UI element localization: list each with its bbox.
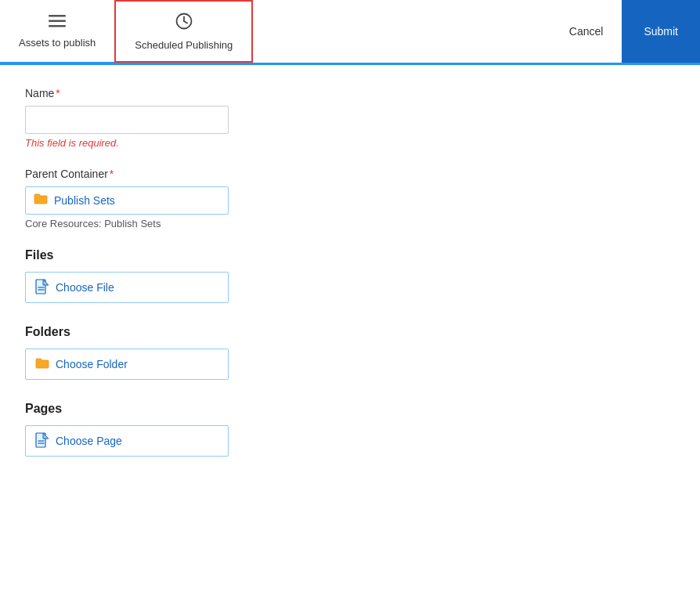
choose-folder-icon	[35, 357, 49, 372]
name-field-group: Name* This field is required.	[25, 87, 523, 149]
files-section: Files Choose File	[25, 248, 523, 303]
name-error-message: This field is required.	[25, 137, 523, 149]
main-form: Name* This field is required. Parent Con…	[0, 65, 548, 500]
list-icon	[49, 14, 66, 32]
svg-line-5	[184, 21, 187, 23]
folders-section: Folders Choose Folder	[25, 325, 523, 380]
header-actions: Cancel Submit	[550, 0, 700, 63]
choose-file-label: Choose File	[56, 281, 114, 294]
tab-assets[interactable]: Assets to publish	[0, 2, 114, 64]
clock-icon	[175, 13, 193, 34]
pages-section-heading: Pages	[25, 402, 523, 416]
svg-rect-1	[49, 20, 66, 23]
name-input[interactable]	[25, 106, 229, 134]
choose-folder-label: Choose Folder	[56, 358, 128, 370]
parent-container-required-indicator: *	[110, 168, 114, 180]
parent-container-hint: Core Resources: Publish Sets	[25, 218, 523, 229]
name-required-indicator: *	[56, 87, 60, 99]
submit-button[interactable]: Submit	[622, 0, 700, 63]
tab-scheduled[interactable]: Scheduled Publishing	[114, 0, 253, 63]
svg-rect-0	[49, 15, 66, 17]
cancel-button[interactable]: Cancel	[550, 0, 622, 63]
parent-container-label: Parent Container*	[25, 168, 523, 180]
choose-file-button[interactable]: Choose File	[25, 272, 229, 303]
name-label: Name*	[25, 87, 523, 99]
parent-container-value: Publish Sets	[54, 194, 115, 207]
parent-container-field-group: Parent Container* Publish Sets Core Reso…	[25, 168, 523, 229]
tab-assets-label: Assets to publish	[19, 37, 96, 49]
app-header: Assets to publish Scheduled Publishing C…	[0, 0, 700, 65]
parent-container-button[interactable]: Publish Sets	[25, 186, 229, 215]
choose-page-label: Choose Page	[56, 435, 122, 447]
folders-section-heading: Folders	[25, 325, 523, 339]
page-icon	[35, 432, 49, 450]
folder-icon	[34, 193, 48, 208]
choose-page-button[interactable]: Choose Page	[25, 425, 229, 457]
file-icon	[35, 279, 49, 297]
pages-section: Pages Choose Page	[25, 402, 523, 457]
tab-scheduled-label: Scheduled Publishing	[135, 39, 233, 51]
choose-folder-button[interactable]: Choose Folder	[25, 349, 229, 380]
svg-rect-2	[49, 25, 66, 27]
files-section-heading: Files	[25, 248, 523, 262]
